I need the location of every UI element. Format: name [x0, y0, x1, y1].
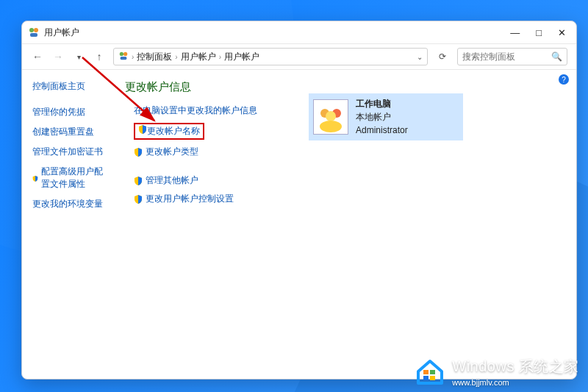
breadcrumb-separator: › [219, 53, 221, 61]
breadcrumb-item[interactable]: 用户帐户 [181, 51, 216, 63]
watermark-logo-icon [414, 355, 446, 388]
page-heading: 更改帐户信息 [125, 80, 569, 94]
uac-settings-link[interactable]: 更改用户帐户控制设置 [134, 193, 569, 205]
toolbar: ← → ▾ ↑ › 控制面板 › 用户帐户 › 用户帐户 ⌄ ⟳ 🔍 [22, 43, 576, 70]
svg-rect-2 [30, 33, 37, 37]
user-avatar [313, 99, 348, 135]
user-card: 工作电脑 本地帐户 Administrator [309, 93, 463, 140]
svg-point-3 [120, 51, 123, 55]
user-type: 本地帐户 [356, 110, 408, 124]
sidebar-encryption-link[interactable]: 管理文件加密证书 [32, 146, 110, 158]
user-info: 工作电脑 本地帐户 Administrator [356, 97, 408, 137]
shield-icon [32, 174, 38, 182]
breadcrumb-separator: › [175, 53, 177, 61]
body: 控制面板主页 管理你的凭据 创建密码重置盘 管理文件加密证书 配置高级用户配置文… [22, 70, 576, 379]
breadcrumb-item[interactable]: 控制面板 [137, 51, 172, 63]
watermark: Windows 系统之家 www.bjjmlv.com [414, 355, 579, 388]
refresh-button[interactable]: ⟳ [435, 51, 450, 62]
sidebar-env-vars-link[interactable]: 更改我的环境变量 [32, 198, 110, 210]
address-bar[interactable]: › 控制面板 › 用户帐户 › 用户帐户 ⌄ [113, 48, 428, 65]
shield-icon [134, 148, 143, 157]
change-account-type-link[interactable]: 更改帐户类型 [134, 146, 569, 158]
up-button[interactable]: ↑ [93, 51, 106, 63]
search-input[interactable] [462, 51, 543, 62]
svg-point-4 [123, 51, 127, 55]
sidebar-home-link[interactable]: 控制面板主页 [32, 80, 110, 93]
sidebar: 控制面板主页 管理你的凭据 创建密码重置盘 管理文件加密证书 配置高级用户配置文… [22, 70, 118, 379]
window-title: 用户帐户 [44, 26, 79, 39]
svg-rect-13 [430, 370, 435, 374]
window-controls: — □ ✕ [510, 27, 570, 38]
folder-icon [118, 51, 129, 63]
recent-dropdown[interactable]: ▾ [72, 53, 85, 61]
titlebar: 用户帐户 — □ ✕ [22, 21, 576, 43]
svg-rect-5 [121, 56, 127, 59]
breadcrumb-separator: › [132, 53, 134, 61]
shield-icon [134, 177, 143, 185]
svg-rect-12 [423, 370, 429, 374]
sidebar-advanced-profile-link[interactable]: 配置高级用户配置文件属性 [32, 165, 110, 190]
minimize-button[interactable]: — [510, 27, 520, 38]
sidebar-credentials-link[interactable]: 管理你的凭据 [32, 106, 110, 118]
svg-point-10 [320, 121, 342, 132]
watermark-title: Windows 系统之家 [452, 357, 579, 377]
manage-other-accounts-link[interactable]: 管理其他帐户 [134, 174, 569, 187]
svg-point-0 [29, 28, 34, 32]
search-box[interactable]: 🔍 [457, 48, 567, 65]
sidebar-password-reset-link[interactable]: 创建密码重置盘 [32, 126, 110, 138]
svg-point-9 [326, 111, 336, 121]
shield-icon [138, 125, 147, 134]
close-button[interactable]: ✕ [558, 27, 566, 38]
svg-rect-15 [430, 376, 435, 380]
app-icon [28, 26, 40, 38]
search-icon: 🔍 [551, 51, 562, 62]
maximize-button[interactable]: □ [536, 27, 542, 38]
window: 用户帐户 — □ ✕ ← → ▾ ↑ › 控制面板 › 用户帐户 › 用户帐户 … [21, 21, 577, 379]
back-button[interactable]: ← [31, 51, 44, 63]
watermark-url: www.bjjmlv.com [452, 378, 579, 387]
help-icon[interactable]: ? [559, 74, 569, 85]
address-dropdown-icon[interactable]: ⌄ [417, 53, 423, 61]
forward-button[interactable]: → [51, 51, 65, 63]
user-role: Administrator [356, 124, 408, 137]
user-name: 工作电脑 [356, 97, 408, 110]
svg-rect-14 [423, 376, 429, 380]
breadcrumb-item[interactable]: 用户帐户 [224, 51, 259, 63]
content-area: ? 更改帐户信息 在电脑设置中更改我的帐户信息 更改帐户名称 更改帐户类型 [118, 70, 576, 379]
shield-icon [134, 195, 143, 204]
svg-point-1 [34, 28, 38, 32]
